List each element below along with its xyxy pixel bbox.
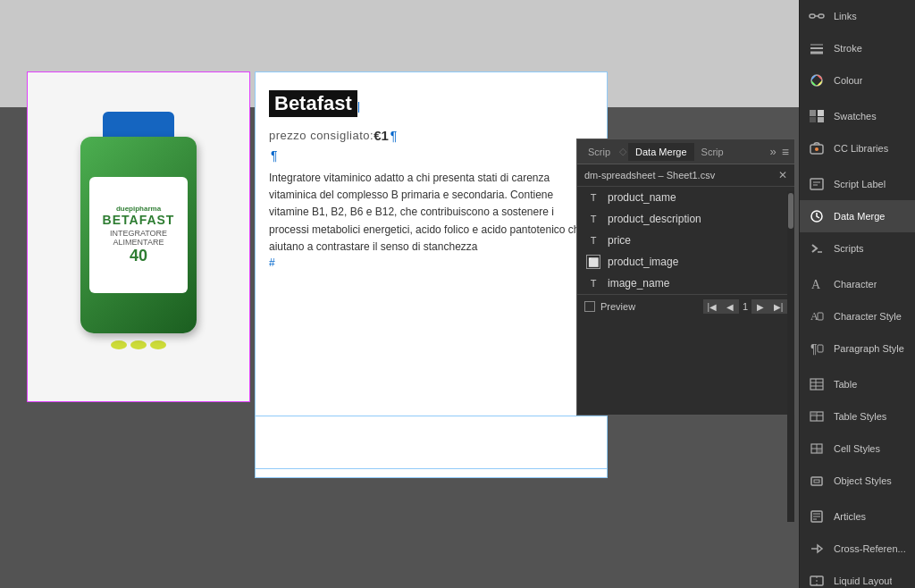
tab-scrip-2[interactable]: Scrip [694, 143, 731, 161]
character-styles-icon: A [807, 307, 827, 326]
sidebar-item-label-table-styles: Table Styles [834, 411, 886, 422]
svg-text:¶: ¶ [810, 341, 818, 356]
sidebar-item-table-styles[interactable]: Table Styles [800, 400, 915, 433]
nav-next-btn[interactable]: ▶ [751, 299, 769, 314]
nav-last-btn[interactable]: ▶| [769, 299, 787, 314]
product-image-box: duepipharma BETAFAST INTEGRATORE ALIMENT… [27, 71, 250, 402]
field-name-product-description: product_description [608, 213, 701, 225]
text-end-mark: # [269, 256, 275, 269]
table-styles-icon [807, 407, 827, 426]
bottle-subtitle: INTEGRATORE ALIMENTARE [95, 229, 182, 247]
field-price[interactable]: T price [577, 230, 794, 251]
field-name-product-name: product_name [608, 191, 676, 204]
field-product-image[interactable]: ⬜ product_image [577, 251, 794, 273]
panel-scrollbar-thumb [788, 193, 793, 229]
sidebar-item-cross-reference[interactable]: Cross-Referen... [800, 533, 915, 565]
sidebar-item-character[interactable]: A Character [800, 268, 915, 300]
field-product-description[interactable]: T product_description [577, 208, 794, 230]
text-type-icon-4: T [586, 276, 600, 290]
tablet-2 [130, 340, 147, 349]
panel-menu-btn: » ≡ [768, 145, 791, 159]
panel-file-close-icon[interactable]: ✕ [778, 169, 787, 181]
bottle-tablets [111, 340, 166, 349]
script-label-icon [807, 174, 827, 194]
sidebar-item-label-stroke: Stroke [834, 43, 862, 54]
sidebar-item-swatches[interactable]: Swatches [800, 100, 915, 132]
sidebar-item-table[interactable]: Table [800, 368, 915, 400]
svg-rect-10 [818, 117, 824, 122]
preview-checkbox[interactable] [584, 301, 595, 312]
sidebar-item-cc-libraries[interactable]: CC Libraries [800, 132, 915, 164]
price-line: prezzo consigliato: €1 ¶ [269, 128, 593, 143]
price-value: €1 [374, 128, 389, 143]
tab-scrip-1[interactable]: Scrip [581, 143, 617, 161]
sidebar-item-stroke[interactable]: Stroke [800, 32, 915, 64]
sidebar-item-label-character-styles: Character Style [834, 311, 902, 322]
articles-icon [807, 507, 827, 526]
data-merge-panel: Scrip ◇ Data Merge Scrip » ≡ dm-spreadsh… [576, 139, 795, 416]
cross-reference-icon [807, 539, 827, 559]
colour-icon [807, 71, 827, 90]
field-name-price: price [608, 234, 631, 247]
sidebar-item-articles[interactable]: Articles [800, 500, 915, 533]
bottle-product-name: BETAFAST [103, 213, 175, 227]
bottom-text-box [255, 416, 608, 469]
sidebar-item-links[interactable]: Links [800, 0, 915, 32]
svg-rect-22 [818, 345, 823, 352]
product-title: Betafast [269, 90, 357, 117]
sidebar-item-scripts[interactable]: Scripts [800, 232, 915, 265]
field-name-image-name: image_name [608, 277, 669, 290]
text-type-icon-3: T [586, 233, 600, 248]
tablet-1 [111, 340, 127, 349]
paragraph-mark-2: ¶ [271, 148, 278, 163]
nav-first-btn[interactable]: |◀ [703, 299, 721, 314]
sidebar-item-label-liquid-layout: Liquid Layout [834, 575, 892, 586]
sidebar-item-character-styles[interactable]: A Character Style [800, 300, 915, 332]
sidebar-item-label-object-styles: Object Styles [834, 475, 892, 486]
liquid-layout-icon [807, 571, 827, 588]
sidebar-item-label-paragraph-styles: Paragraph Style [834, 343, 904, 354]
tab-data-merge[interactable]: Data Merge [628, 143, 693, 161]
sidebar-item-colour[interactable]: Colour [800, 64, 915, 97]
tablet-3 [150, 340, 166, 349]
panel-scrollbar[interactable] [787, 191, 794, 522]
character-icon: A [807, 274, 827, 294]
object-styles-icon [807, 471, 827, 491]
panel-options-icon[interactable]: ≡ [780, 145, 791, 159]
bottle-cap [103, 112, 174, 139]
sidebar-item-liquid-layout[interactable]: Liquid Layout [800, 565, 915, 588]
svg-text:A: A [811, 278, 821, 291]
price-prefix: prezzo consigliato: [269, 129, 374, 142]
sidebar-item-cell-styles[interactable]: Cell Styles [800, 433, 915, 465]
sidebar-item-label-colour: Colour [834, 75, 862, 86]
canvas-area: duepipharma BETAFAST INTEGRATORE ALIMENT… [0, 0, 799, 588]
sidebar-item-data-merge[interactable]: Data Merge [800, 200, 915, 232]
sidebar-item-label-cell-styles: Cell Styles [834, 443, 880, 454]
text-type-icon-1: T [586, 190, 600, 205]
data-merge-icon [807, 206, 827, 226]
svg-rect-35 [811, 477, 822, 485]
sidebar-item-label-scripts: Scripts [834, 243, 864, 254]
panel-expand-icon[interactable]: » [768, 145, 778, 158]
bottle-label: duepipharma BETAFAST INTEGRATORE ALIMENT… [89, 177, 188, 293]
paragraph-mark-1: ¶ [390, 129, 398, 143]
cc-libraries-icon [807, 139, 827, 158]
svg-rect-30 [810, 412, 817, 416]
sidebar-item-label-articles: Articles [834, 511, 866, 522]
nav-prev-btn[interactable]: ◀ [721, 299, 739, 314]
stroke-icon [807, 38, 827, 58]
sidebar-item-object-styles[interactable]: Object Styles [800, 465, 915, 497]
svg-rect-7 [810, 110, 816, 116]
cell-styles-icon [807, 439, 827, 458]
svg-rect-34 [817, 449, 822, 453]
bottle-brand: duepipharma [116, 205, 161, 213]
field-product-name[interactable]: T product_name [577, 187, 794, 208]
sidebar-item-label-table: Table [834, 379, 857, 390]
sidebar-item-paragraph-styles[interactable]: ¶ Paragraph Style [800, 332, 915, 365]
sidebar-item-script-label[interactable]: Script Label [800, 168, 915, 200]
cursor-mark: | [357, 99, 360, 113]
swatches-icon [807, 106, 827, 126]
field-image-name[interactable]: T image_name [577, 273, 794, 294]
panel-footer: Preview |◀ ◀ 1 ▶ ▶| [577, 294, 794, 318]
svg-rect-36 [814, 480, 819, 483]
